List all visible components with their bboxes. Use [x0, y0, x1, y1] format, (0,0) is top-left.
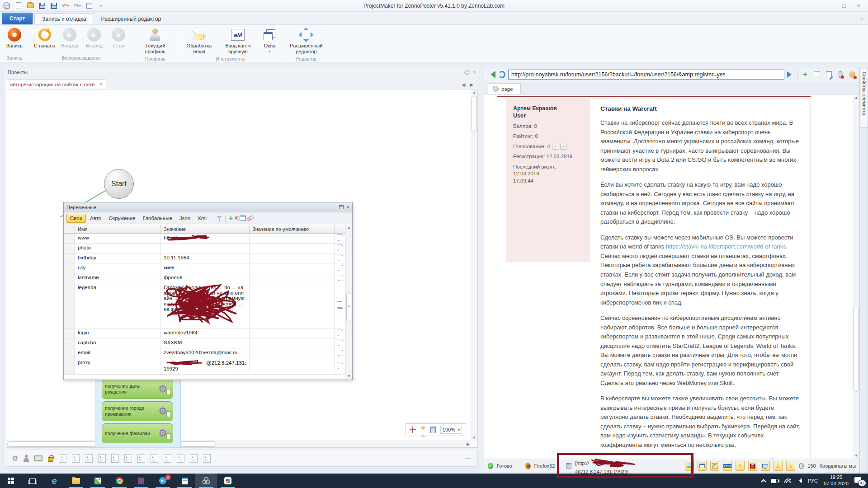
row-selector[interactable]: [64, 328, 75, 338]
copy-value-icon[interactable]: [338, 350, 343, 356]
app-logo-icon[interactable]: [3, 2, 11, 10]
keyboard-icon[interactable]: [34, 455, 42, 461]
row-selector[interactable]: [64, 234, 75, 243]
tab-record-debug[interactable]: Запись и отладка: [34, 13, 94, 25]
copy-value-icon[interactable]: [338, 363, 343, 369]
battery-icon[interactable]: [771, 479, 778, 483]
maximize-button[interactable]: □: [837, 2, 851, 10]
vars-tab-json[interactable]: Json: [176, 214, 193, 222]
vote-up-button[interactable]: +: [552, 144, 558, 150]
images-toggle-icon[interactable]: [685, 461, 694, 471]
node-get-lastname[interactable]: получение фамилии ⚙: [102, 423, 173, 443]
vars-tab-own[interactable]: Свои: [66, 214, 86, 223]
list-preset-icon[interactable]: [72, 454, 80, 463]
node-get-birthdate[interactable]: получение даты рождения ⚙: [102, 379, 173, 399]
wifi-icon[interactable]: [784, 479, 791, 483]
more-icon[interactable]: ⋯: [465, 455, 472, 462]
step-button[interactable]: ▶ Вперед: [82, 26, 106, 50]
copy-value-icon[interactable]: [338, 255, 343, 261]
variable-value[interactable]: 10.11.1984: [161, 253, 250, 263]
media-toggle-icon[interactable]: ♪: [786, 461, 795, 471]
clear-values-icon[interactable]: [246, 215, 254, 221]
variable-row-city[interactable]: cityкиев: [64, 263, 352, 273]
variable-row-email[interactable]: emailzvezdnaya2020zvezda@mail.ru: [64, 348, 352, 358]
list-preset-icon[interactable]: [85, 454, 93, 463]
row-selector[interactable]: [64, 338, 75, 348]
photos-app-icon[interactable]: [87, 474, 108, 488]
variable-value[interactable]: SXXKM: [161, 338, 250, 348]
scroll-right-icon[interactable]: ▶: [467, 442, 470, 446]
scroll-down-icon[interactable]: ▼: [854, 454, 858, 458]
row-selector[interactable]: [64, 348, 75, 358]
variable-value[interactable]: Огромное количество … по … каждый день п…: [161, 283, 250, 328]
column-header-default[interactable]: Значение по-умолчанию: [250, 225, 335, 233]
tab-start[interactable]: Старт: [2, 13, 33, 24]
variable-default-value[interactable]: [250, 273, 335, 283]
delete-variable-icon[interactable]: ✕: [234, 215, 239, 221]
play-button[interactable]: ▶ Вперед: [58, 26, 81, 50]
variable-default-value[interactable]: [250, 283, 335, 328]
new-project-icon[interactable]: [14, 2, 23, 10]
variable-default-value[interactable]: [250, 328, 335, 338]
page-vertical-scrollbar[interactable]: ▲ ▼: [853, 95, 859, 459]
browser-tab-page[interactable]: page: [488, 83, 521, 94]
window-copy-icon[interactable]: [85, 2, 93, 10]
variable-name[interactable]: city: [75, 263, 161, 273]
variable-default-value[interactable]: [250, 253, 335, 263]
column-header-value[interactable]: Значение: [161, 225, 250, 233]
maximize-icon[interactable]: [339, 205, 344, 209]
settings-gear-icon[interactable]: ⚙: [12, 454, 18, 463]
open-project-icon[interactable]: [26, 2, 34, 10]
copy-value-icon[interactable]: [338, 245, 343, 251]
stop-button[interactable]: ■ Стоп: [107, 26, 130, 50]
vars-tab-xml[interactable]: Xml: [194, 214, 210, 222]
article-link[interactable]: https://stavki-na-kibersport.com/world-o…: [666, 243, 786, 250]
advanced-editor-button[interactable]: Расширенный редактор: [287, 26, 325, 55]
row-selector[interactable]: [64, 263, 75, 273]
slack-icon[interactable]: [217, 474, 239, 488]
row-selector[interactable]: [64, 358, 75, 374]
vote-down-button[interactable]: −: [560, 144, 566, 150]
url-input[interactable]: [508, 70, 784, 80]
list-preset-icon[interactable]: [203, 454, 211, 463]
engine-label[interactable]: Firefox52: [534, 463, 555, 469]
variable-value[interactable]: [161, 244, 250, 253]
variable-default-value[interactable]: [250, 263, 335, 273]
language-indicator[interactable]: РУС: [808, 478, 818, 483]
scroll-up-icon[interactable]: ▲: [472, 90, 476, 94]
email-processing-button[interactable]: Обработка email: [180, 26, 218, 55]
variable-value[interactable]: фролов: [161, 273, 250, 283]
variable-name[interactable]: birthday: [75, 253, 161, 263]
variable-value[interactable]: @212.8.247.131:19929: [161, 358, 250, 374]
proxy-text[interactable]: [http://@212.8.247.131:19929]: [575, 457, 675, 474]
lock-icon[interactable]: [48, 457, 53, 462]
flash-toggle-icon[interactable]: F: [748, 461, 757, 471]
list-preset-icon[interactable]: [98, 454, 106, 463]
row-selector[interactable]: [64, 283, 75, 328]
scroll-down-icon[interactable]: ▼: [347, 374, 351, 378]
add-variable-icon[interactable]: +: [229, 214, 233, 222]
variable-name[interactable]: proxy: [75, 358, 161, 374]
variable-row-lastname[interactable]: lastnameфролов: [64, 273, 352, 283]
zoom-select[interactable]: 100% ▾: [440, 426, 462, 434]
list-preset-icon[interactable]: [151, 454, 158, 463]
list-preset-icon[interactable]: [177, 454, 184, 463]
script-toggle-icon[interactable]: ⚡: [736, 461, 745, 471]
ribbon-options-icon[interactable]: ⌵: [860, 15, 863, 21]
notepad-icon[interactable]: [174, 474, 195, 488]
column-header-name[interactable]: Имя: [75, 225, 161, 233]
firefox-icon[interactable]: [525, 463, 531, 469]
edge-icon[interactable]: e: [43, 474, 65, 488]
node-get-city[interactable]: получение города проживания ⚙: [102, 401, 173, 421]
row-selector[interactable]: [64, 273, 75, 283]
canvas-horizontal-scrollbar[interactable]: ▶: [6, 441, 471, 447]
variable-default-value[interactable]: [250, 358, 335, 374]
go-icon[interactable]: [787, 71, 795, 78]
copy-variables-icon[interactable]: [240, 216, 246, 221]
back-icon[interactable]: [487, 71, 495, 78]
popup-toggle-icon[interactable]: [698, 461, 707, 471]
variable-row-photo[interactable]: photo: [64, 244, 352, 253]
variable-name[interactable]: legenda: [75, 283, 161, 328]
list-preset-icon[interactable]: [164, 454, 171, 463]
close-panel-icon[interactable]: ×: [473, 70, 476, 75]
